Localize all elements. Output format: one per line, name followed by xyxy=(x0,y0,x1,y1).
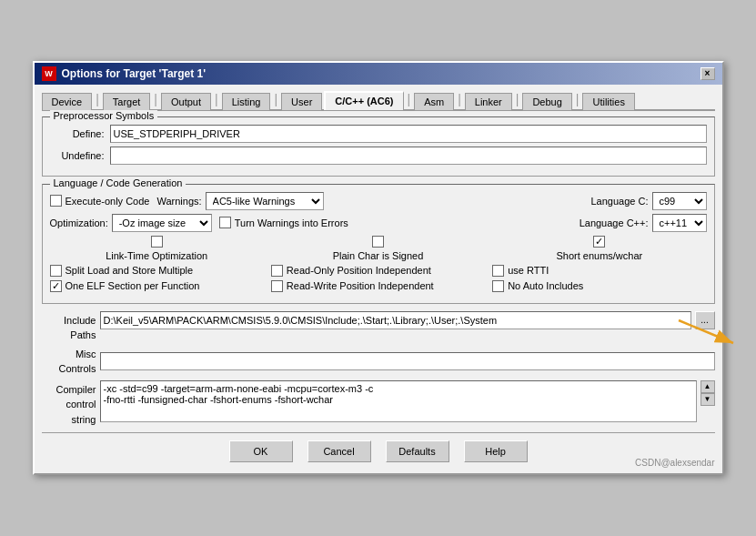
lang-c-combo[interactable]: c99 xyxy=(652,192,707,210)
tab-sep-4: | xyxy=(272,93,279,106)
use-rtti-checkbox[interactable] xyxy=(492,265,504,277)
split-load-checkbox[interactable] xyxy=(50,265,62,277)
cancel-button[interactable]: Cancel xyxy=(307,440,371,462)
compiler-control-section: Compiler control string -xc -std=c99 -ta… xyxy=(42,380,715,428)
short-enums-checkbox[interactable] xyxy=(593,236,605,248)
split-load-label: Split Load and Store Multiple xyxy=(66,265,194,276)
misc-controls-label: Misc Controls xyxy=(42,347,96,377)
lang-c-select[interactable]: c99 xyxy=(652,192,707,210)
tab-sep-5: | xyxy=(406,93,413,106)
undefine-input[interactable] xyxy=(110,147,707,165)
optimization-row: Optimization: -Oz image size xyxy=(50,214,212,232)
use-rtti-row: use RTTI xyxy=(492,265,706,277)
preprocessor-group: Preprocessor Symbols Define: Undefine: xyxy=(42,116,715,177)
browse-button[interactable]: ... xyxy=(695,311,715,329)
tab-bar: Device | Target | Output | Listing | Use… xyxy=(42,90,715,111)
plain-char-checkbox[interactable] xyxy=(372,236,384,248)
app-icon: W xyxy=(42,66,56,81)
language-group-label: Language / Code Generation xyxy=(50,177,186,188)
lang-cpp-select[interactable]: c++11 xyxy=(652,214,707,232)
no-auto-label: No Auto Includes xyxy=(508,280,583,291)
no-auto-checkbox[interactable] xyxy=(492,280,504,292)
title-bar: W Options for Target 'Target 1' × xyxy=(35,63,722,85)
undefine-label: Undefine: xyxy=(50,150,105,161)
warnings-combo[interactable]: AC5-like Warnings xyxy=(206,192,324,210)
optimization-label: Optimization: xyxy=(50,217,108,228)
tab-output[interactable]: Output xyxy=(161,93,211,110)
tab-debug[interactable]: Debug xyxy=(522,93,571,110)
defaults-button[interactable]: Defaults xyxy=(386,440,449,462)
include-paths-label: Include Paths xyxy=(42,313,96,343)
one-elf-row: One ELF Section per Function xyxy=(50,280,264,292)
link-time-row: Link-Time Optimization xyxy=(50,236,264,261)
tab-sep-3: | xyxy=(213,93,220,106)
short-enums-row: Short enums/wchar xyxy=(492,236,706,261)
tab-listing[interactable]: Listing xyxy=(222,93,271,110)
tab-device[interactable]: Device xyxy=(42,93,93,110)
turn-warnings-checkbox[interactable] xyxy=(219,217,231,228)
readonly-pos-label: Read-Only Position Independent xyxy=(287,265,431,276)
warnings-row: Warnings: AC5-like Warnings xyxy=(156,192,583,210)
compiler-control-textarea[interactable]: -xc -std=c99 -target=arm-arm-none-eabi -… xyxy=(100,380,697,422)
plain-char-label: Plain Char is Signed xyxy=(333,250,424,261)
tab-sep-7: | xyxy=(514,93,521,106)
tab-utilities[interactable]: Utilities xyxy=(582,93,634,110)
tab-cpp-ac6[interactable]: C/C++ (AC6) xyxy=(324,91,403,110)
dialog-title: Options for Target 'Target 1' xyxy=(62,67,207,80)
undefine-row: Undefine: xyxy=(50,147,707,165)
include-paths-input[interactable] xyxy=(100,311,691,329)
scroll-down-button[interactable]: ▼ xyxy=(701,393,715,406)
short-enums-label: Short enums/wchar xyxy=(556,250,642,261)
tab-sep-8: | xyxy=(574,93,581,106)
split-load-row: Split Load and Store Multiple xyxy=(50,265,264,277)
readonly-pos-row: Read-Only Position Independent xyxy=(271,265,485,277)
tab-sep-2: | xyxy=(152,93,159,106)
plain-char-row: Plain Char is Signed xyxy=(271,236,485,261)
language-c-row: Language C: c99 xyxy=(591,192,707,210)
readwrite-pos-row: Read-Write Position Independent xyxy=(271,280,485,292)
readwrite-pos-label: Read-Write Position Independent xyxy=(287,280,434,291)
turn-warnings-label: Turn Warnings into Errors xyxy=(235,217,348,228)
ok-button[interactable]: OK xyxy=(229,440,293,462)
link-time-checkbox[interactable] xyxy=(151,236,163,248)
opt-combo[interactable]: -Oz image size xyxy=(112,214,212,232)
readwrite-pos-checkbox[interactable] xyxy=(271,280,283,292)
misc-controls-section: Misc Controls xyxy=(42,347,715,377)
define-input[interactable] xyxy=(110,125,707,143)
title-bar-left: W Options for Target 'Target 1' xyxy=(42,66,207,81)
bottom-bar: OK Cancel Defaults Help xyxy=(42,432,715,466)
lang-cpp-combo[interactable]: c++11 xyxy=(652,214,707,232)
define-label: Define: xyxy=(50,128,105,139)
readonly-pos-checkbox[interactable] xyxy=(271,265,283,277)
tab-sep-1: | xyxy=(94,93,101,106)
compiler-scroll-controls: ▲ ▼ xyxy=(701,380,715,406)
preprocessor-group-label: Preprocessor Symbols xyxy=(50,110,158,121)
execute-only-row: Execute-only Code xyxy=(50,195,150,207)
include-paths-section: Include Paths ... xyxy=(42,311,715,343)
no-auto-row: No Auto Includes xyxy=(492,280,706,292)
language-group: Language / Code Generation Execute-only … xyxy=(42,184,715,304)
language-c-label: Language C: xyxy=(591,196,649,207)
warnings-label: Warnings: xyxy=(156,196,201,207)
execute-only-label: Execute-only Code xyxy=(66,196,150,207)
define-row: Define: xyxy=(50,125,707,143)
tab-target[interactable]: Target xyxy=(103,93,151,110)
warnings-select[interactable]: AC5-like Warnings xyxy=(206,192,324,210)
tab-linker[interactable]: Linker xyxy=(465,93,512,110)
misc-controls-input[interactable] xyxy=(100,352,715,370)
language-cpp-row: Language C++: c++11 xyxy=(580,214,707,232)
dialog-body: Device | Target | Output | Listing | Use… xyxy=(35,85,722,474)
one-elf-checkbox[interactable] xyxy=(50,280,62,292)
opt-select[interactable]: -Oz image size xyxy=(112,214,212,232)
help-button[interactable]: Help xyxy=(464,440,528,462)
scroll-up-button[interactable]: ▲ xyxy=(701,380,715,393)
tab-asm[interactable]: Asm xyxy=(414,93,454,110)
csdn-watermark: CSDN@alexsendar xyxy=(635,458,714,468)
one-elf-label: One ELF Section per Function xyxy=(66,280,200,291)
tab-user[interactable]: User xyxy=(281,93,322,110)
tab-sep-6: | xyxy=(456,93,463,106)
execute-only-checkbox[interactable] xyxy=(50,195,62,207)
use-rtti-label: use RTTI xyxy=(508,265,549,276)
turn-warnings-row: Turn Warnings into Errors xyxy=(219,217,572,228)
close-button[interactable]: × xyxy=(701,67,715,80)
